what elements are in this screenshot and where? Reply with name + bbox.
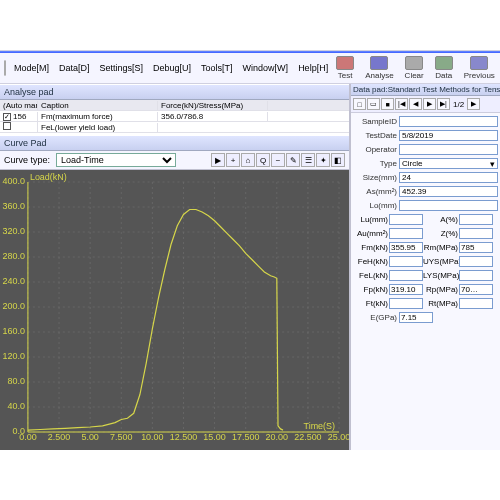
svg-text:320.0: 320.0: [3, 226, 25, 236]
left-panel: Analyse pad (Auto mark)Un… Caption Force…: [0, 84, 350, 450]
menu-bar: Mode[M]Data[D]Settings[S]Debug[U]Tools[T…: [0, 53, 500, 84]
input-Lo_mm[interactable]: [399, 200, 498, 211]
data-form: SampleIDTestDate5/8/2019OperatorTypeCirc…: [351, 113, 500, 326]
input-E_GPa[interactable]: 7.15: [399, 312, 433, 323]
analyse-pad-header: Analyse pad: [0, 84, 349, 100]
curve-tools: ▶+⌂Q−✎☰✦◧: [211, 153, 345, 167]
previous-button[interactable]: Previous: [460, 55, 499, 81]
table-row[interactable]: FeL(lower yield load): [0, 122, 349, 133]
svg-text:Load(kN): Load(kN): [30, 172, 67, 182]
svg-text:240.0: 240.0: [3, 276, 25, 286]
menu-settingss[interactable]: Settings[S]: [98, 61, 146, 75]
input-Rt_MPa[interactable]: [459, 298, 493, 309]
menu-windoww[interactable]: Window[W]: [241, 61, 291, 75]
grid-header-row: (Auto mark)Un… Caption Force(kN)/Stress(…: [0, 100, 349, 111]
toolbar: TestAnalyseClearDataPreviousNext: [332, 55, 500, 81]
input-A_pct[interactable]: [459, 214, 493, 225]
chart-svg: 0.040.080.0120.0160.0200.0240.0280.0320.…: [0, 170, 349, 450]
data-button[interactable]: Data: [431, 55, 457, 81]
curve-tool-3[interactable]: Q: [256, 153, 270, 167]
col-caption[interactable]: Caption: [38, 101, 158, 110]
col-mark[interactable]: (Auto mark)Un…: [0, 101, 38, 110]
svg-text:7.500: 7.500: [110, 432, 132, 442]
clear-button-label: Clear: [405, 71, 424, 80]
menu-helph[interactable]: Help[H]: [296, 61, 330, 75]
input-SampleID[interactable]: [399, 116, 498, 127]
input-Fp_kN[interactable]: 319.10: [389, 284, 423, 295]
svg-text:0.00: 0.00: [19, 432, 36, 442]
label-Ft_kN: Ft(kN): [353, 299, 389, 308]
analyse-button[interactable]: Analyse: [361, 55, 397, 81]
previous-button-label: Previous: [464, 71, 495, 80]
input-Ft_kN[interactable]: [389, 298, 423, 309]
input-LYS_MPa[interactable]: [459, 270, 493, 281]
col-force[interactable]: Force(kN)/Stress(MPa): [158, 101, 268, 110]
test-button-icon: [336, 56, 354, 70]
table-row[interactable]: ✓156Fm(maximum force)356.0/786.8: [0, 111, 349, 122]
menu-toolst[interactable]: Tools[T]: [199, 61, 235, 75]
next-icon[interactable]: ▶: [423, 98, 436, 110]
input-UYS_MPa[interactable]: [459, 256, 493, 267]
curve-tool-8[interactable]: ◧: [331, 153, 345, 167]
svg-text:280.0: 280.0: [3, 251, 25, 261]
input-Au_mm2[interactable]: [389, 228, 423, 239]
curve-tool-5[interactable]: ✎: [286, 153, 300, 167]
curve-tool-7[interactable]: ✦: [316, 153, 330, 167]
menu-modem[interactable]: Mode[M]: [12, 61, 51, 75]
input-As_mm2[interactable]: 452.39: [399, 186, 498, 197]
input-Rp_MPa[interactable]: 70…: [459, 284, 493, 295]
right-panel: Data pad:Standard Test Methods for Tensi…: [350, 84, 500, 450]
clear-button[interactable]: Clear: [401, 55, 428, 81]
analyse-button-icon: [370, 56, 388, 70]
first-icon[interactable]: |◀: [395, 98, 408, 110]
svg-text:20.00: 20.00: [266, 432, 288, 442]
svg-text:22.500: 22.500: [294, 432, 321, 442]
input-FeH_kN[interactable]: [389, 256, 423, 267]
curve-type-select[interactable]: Load-Time: [56, 153, 176, 167]
data-pad-toolbar: □ ▭ ■ |◀ ◀ ▶ ▶| 1/2 ▶: [351, 96, 500, 113]
last-icon[interactable]: ▶|: [437, 98, 450, 110]
svg-text:360.0: 360.0: [3, 201, 25, 211]
svg-text:10.00: 10.00: [141, 432, 163, 442]
curve-tool-0[interactable]: ▶: [211, 153, 225, 167]
menu-datad[interactable]: Data[D]: [57, 61, 92, 75]
input-FeL_kN[interactable]: [389, 270, 423, 281]
label-Lu_mm: Lu(mm): [353, 215, 389, 224]
input-Z_pct[interactable]: [459, 228, 493, 239]
label-Rt_MPa: Rt(MPa): [423, 299, 459, 308]
new-icon[interactable]: □: [353, 98, 366, 110]
save-icon[interactable]: ■: [381, 98, 394, 110]
input-Operator[interactable]: [399, 144, 498, 155]
curve-pad-header: Curve Pad: [0, 135, 349, 151]
curve-tool-6[interactable]: ☰: [301, 153, 315, 167]
test-button-label: Test: [338, 71, 353, 80]
menu-debugu[interactable]: Debug[U]: [151, 61, 193, 75]
more-icon[interactable]: ▶: [467, 98, 480, 110]
data-pad-header: Data pad:Standard Test Methods for Tensi…: [351, 84, 500, 96]
svg-text:17.500: 17.500: [232, 432, 259, 442]
input-Fm_kN[interactable]: 355.95: [389, 242, 423, 253]
svg-text:200.0: 200.0: [3, 301, 25, 311]
input-Rm_MPa[interactable]: 785: [459, 242, 493, 253]
prev-icon[interactable]: ◀: [409, 98, 422, 110]
input-Size_mm[interactable]: 24: [399, 172, 498, 183]
curve-tool-1[interactable]: +: [226, 153, 240, 167]
curve-tool-2[interactable]: ⌂: [241, 153, 255, 167]
label-Size_mm: Size(mm): [353, 173, 399, 182]
open-icon[interactable]: ▭: [367, 98, 380, 110]
svg-rect-0: [0, 170, 349, 450]
chart-area[interactable]: 0.040.080.0120.0160.0200.0240.0280.0320.…: [0, 170, 349, 450]
svg-text:80.0: 80.0: [7, 376, 24, 386]
app-logo-icon: [4, 60, 6, 76]
data-button-label: Data: [435, 71, 452, 80]
curve-type-label: Curve type:: [4, 155, 50, 165]
label-SampleID: SampleID: [353, 117, 399, 126]
input-Lu_mm[interactable]: [389, 214, 423, 225]
analyse-grid: (Auto mark)Un… Caption Force(kN)/Stress(…: [0, 100, 349, 135]
input-Type[interactable]: Circle▾: [399, 158, 498, 169]
curve-tool-4[interactable]: −: [271, 153, 285, 167]
test-button[interactable]: Test: [332, 55, 358, 81]
label-Z_pct: Z(%): [423, 229, 459, 238]
svg-text:25.00: 25.00: [328, 432, 349, 442]
input-TestDate[interactable]: 5/8/2019: [399, 130, 498, 141]
